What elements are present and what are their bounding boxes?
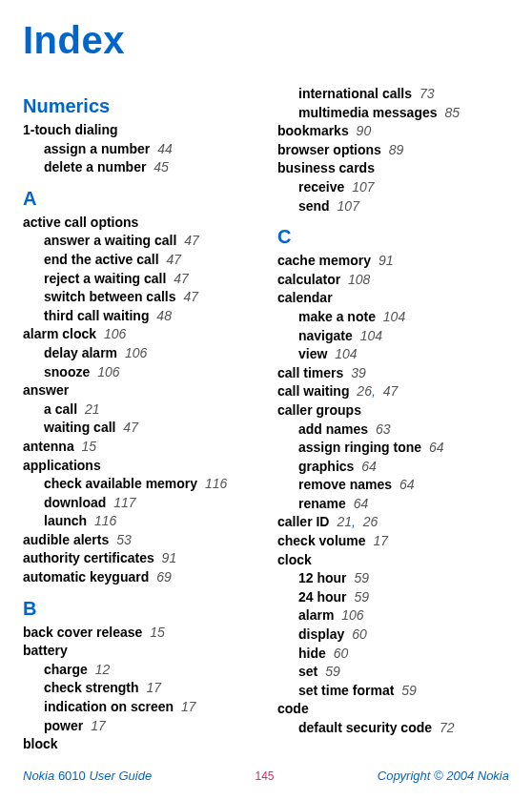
page-ref[interactable]: 48 bbox=[156, 308, 172, 323]
index-entry: calendar bbox=[277, 289, 509, 308]
entry-label: caller ID bbox=[277, 514, 329, 529]
page-ref[interactable]: 60 bbox=[352, 626, 367, 642]
page-ref[interactable]: 53 bbox=[116, 532, 132, 547]
page-ref[interactable]: 117 bbox=[113, 495, 135, 510]
page-ref[interactable]: 59 bbox=[325, 664, 340, 679]
index-subentry: default security code 72 bbox=[277, 719, 509, 738]
page-ref[interactable]: 107 bbox=[352, 179, 374, 195]
entry-label: alarm bbox=[298, 607, 334, 623]
page-ref[interactable]: 63 bbox=[376, 421, 391, 437]
index-entry: bookmarks 90 bbox=[277, 122, 509, 141]
index-subentry: delay alarm 106 bbox=[23, 344, 255, 363]
index-entry: browser options 89 bbox=[277, 141, 509, 160]
entry-label: set time format bbox=[298, 683, 394, 698]
entry-label: applications bbox=[23, 458, 101, 473]
entry-label: 12 hour bbox=[298, 570, 347, 585]
index-subentry: international calls 73 bbox=[277, 85, 509, 104]
entry-label: active call options bbox=[23, 215, 138, 230]
page-ref[interactable]: 47 bbox=[383, 383, 399, 399]
page-ref[interactable]: 59 bbox=[354, 589, 369, 605]
page-ref[interactable]: 39 bbox=[351, 365, 366, 380]
page-ref[interactable]: 17 bbox=[91, 718, 106, 733]
index-subentry: switch between calls 47 bbox=[23, 288, 255, 307]
page-ref[interactable]: 44 bbox=[157, 141, 173, 156]
page-ref[interactable]: 116 bbox=[94, 513, 116, 528]
page-ref[interactable]: 108 bbox=[348, 272, 370, 287]
page-ref[interactable]: 12 bbox=[95, 662, 111, 677]
entry-label: block bbox=[23, 736, 58, 751]
index-subentry: snooze 106 bbox=[23, 363, 255, 382]
index-subentry: answer a waiting call 47 bbox=[23, 232, 255, 251]
footer-product: Nokia 6010 User Guide bbox=[23, 769, 152, 783]
entry-label: a call bbox=[44, 401, 77, 417]
page-ref[interactable]: 47 bbox=[184, 233, 199, 248]
index-entry: code bbox=[277, 700, 509, 719]
index-entry: caller groups bbox=[277, 401, 509, 421]
entry-label: waiting call bbox=[44, 420, 115, 435]
entry-label: check strength bbox=[44, 680, 139, 695]
index-subentry: remove names 64 bbox=[277, 476, 509, 495]
page-ref[interactable]: 17 bbox=[146, 680, 161, 695]
page-ref[interactable]: 64 bbox=[399, 477, 415, 492]
page-ref[interactable]: 72 bbox=[440, 720, 455, 735]
entry-label: antenna bbox=[23, 439, 74, 454]
index-entry: cache memory 91 bbox=[277, 252, 509, 271]
page-ref[interactable]: 91 bbox=[379, 253, 394, 268]
index-entry: antenna 15 bbox=[23, 438, 255, 457]
entry-label: switch between calls bbox=[44, 289, 176, 304]
page-ref[interactable]: 17 bbox=[181, 699, 196, 714]
page-ref[interactable]: 104 bbox=[335, 346, 357, 361]
page-ref[interactable]: 89 bbox=[389, 142, 404, 157]
page-ref[interactable]: 116 bbox=[205, 476, 227, 491]
index-subentry: third call waiting 48 bbox=[23, 307, 255, 326]
page-ref[interactable]: 107 bbox=[338, 198, 359, 214]
index-columns: Numerics1-touch dialingassign a number 4… bbox=[23, 85, 509, 754]
page-ref[interactable]: 45 bbox=[153, 159, 169, 174]
footer-page-number: 145 bbox=[255, 769, 274, 783]
page-ref[interactable]: 15 bbox=[150, 625, 165, 640]
page-ref[interactable]: 90 bbox=[357, 123, 372, 138]
index-entry: caller ID 21, 26 bbox=[277, 513, 509, 532]
page-ref[interactable]: 15 bbox=[82, 439, 97, 454]
entry-label: bookmarks bbox=[277, 123, 349, 138]
page-ref[interactable]: 64 bbox=[429, 440, 444, 455]
entry-label: snooze bbox=[44, 364, 90, 379]
page-ref[interactable]: 64 bbox=[354, 496, 369, 511]
page-ref[interactable]: 26 bbox=[357, 383, 372, 399]
page-ref[interactable]: 104 bbox=[360, 328, 382, 343]
page-ref[interactable]: 91 bbox=[162, 550, 177, 565]
page-ref[interactable]: 47 bbox=[123, 420, 138, 435]
page-ref[interactable]: 60 bbox=[334, 646, 349, 661]
page-ref[interactable]: 106 bbox=[341, 607, 363, 623]
page-ref[interactable]: 59 bbox=[401, 683, 417, 698]
page-ref[interactable]: 47 bbox=[174, 271, 189, 286]
index-entry: back cover release 15 bbox=[23, 624, 255, 643]
page-ref[interactable]: 21 bbox=[85, 401, 100, 417]
section-heading: C bbox=[277, 223, 509, 250]
index-entry: battery bbox=[23, 642, 255, 661]
entry-label: remove names bbox=[298, 477, 392, 492]
entry-label: view bbox=[298, 346, 327, 361]
page-title: Index bbox=[23, 19, 509, 62]
page-ref[interactable]: 64 bbox=[361, 459, 377, 474]
page-ref[interactable]: 47 bbox=[167, 252, 182, 267]
page-ref[interactable]: 106 bbox=[104, 326, 126, 341]
entry-label: default security code bbox=[298, 720, 432, 735]
page-ref[interactable]: 106 bbox=[97, 364, 119, 379]
page-ref[interactable]: 104 bbox=[383, 309, 405, 324]
page-ref[interactable]: 59 bbox=[354, 570, 369, 585]
entry-label: business cards bbox=[277, 160, 375, 175]
page-ref-separator: , bbox=[372, 383, 376, 399]
page-ref[interactable]: 26 bbox=[363, 514, 379, 529]
page-ref[interactable]: 69 bbox=[156, 569, 172, 585]
page-ref[interactable]: 73 bbox=[419, 86, 435, 101]
index-subentry: assign a number 44 bbox=[23, 140, 255, 159]
index-subentry: indication on screen 17 bbox=[23, 698, 255, 717]
index-subentry: charge 12 bbox=[23, 661, 255, 680]
page-ref[interactable]: 106 bbox=[125, 345, 147, 360]
page-ref[interactable]: 21 bbox=[337, 514, 352, 529]
page-ref[interactable]: 47 bbox=[183, 289, 198, 304]
page-ref[interactable]: 85 bbox=[444, 105, 460, 120]
entry-label: answer bbox=[23, 382, 69, 398]
page-ref[interactable]: 17 bbox=[374, 533, 389, 548]
